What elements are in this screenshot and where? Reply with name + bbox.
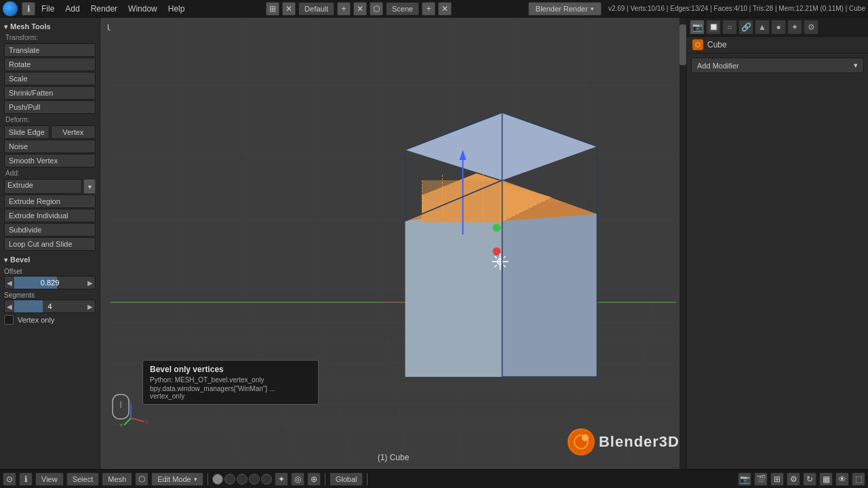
subdivide-btn[interactable]: Subdivide <box>4 223 96 237</box>
layout-add-icon[interactable]: + <box>337 2 351 16</box>
rotate-btn[interactable]: Rotate <box>4 58 96 71</box>
mouse-indicator <box>111 393 131 425</box>
bottombar: ⊙ ℹ View Select Mesh ⬡ Edit Mode ▾ ✦ ◎ ⊕… <box>0 469 868 488</box>
offset-label: Offset <box>4 266 96 276</box>
scene-icon[interactable]: ⬡ <box>370 2 383 16</box>
main-area: Mesh Tools Transform: Translate Rotate S… <box>0 18 868 469</box>
scene-selector[interactable]: Scene <box>386 2 419 16</box>
svg-line-58 <box>131 418 144 422</box>
offset-fill: 0.829 <box>14 277 85 289</box>
render-anim-btn[interactable]: 🎬 <box>754 472 768 486</box>
bevel-header[interactable]: Bevel <box>0 253 100 266</box>
menu-window[interactable]: Window <box>123 3 162 15</box>
segments-left-arrow[interactable]: ◀ <box>5 300 14 312</box>
bottom-right-group: 📷 🎬 ⊞ ⚙ ↻ ▦ 👁 ⬚ <box>738 472 865 486</box>
extrude-dropdown-arrow[interactable]: ▾ <box>83 179 96 194</box>
rp-tab-material[interactable]: ● <box>771 20 786 35</box>
bottom-info-btn[interactable]: ℹ <box>19 472 33 486</box>
sync-btn[interactable]: ↻ <box>803 472 816 486</box>
menu-file[interactable]: File <box>37 3 59 15</box>
deform-label: Deform: <box>0 115 100 125</box>
rp-tab-constraint[interactable]: 🔗 <box>738 20 753 35</box>
noise-btn[interactable]: Noise <box>4 140 96 153</box>
layout-close-icon[interactable]: ✕ <box>282 2 296 16</box>
magnet-btn[interactable]: ✦ <box>275 472 288 486</box>
rp-tab-particles[interactable]: ✦ <box>787 20 802 35</box>
viewport-scrollbar[interactable] <box>679 18 686 469</box>
pivot-group <box>212 474 272 485</box>
render-settings-btn[interactable]: ⚙ <box>787 472 800 486</box>
mesh-icon-btn[interactable]: ⬡ <box>135 472 149 486</box>
bevel-section: Bevel Offset ◀ 0.829 ▶ Segments ◀ 4 <box>0 253 100 326</box>
rp-object-icon: ⬡ <box>692 39 703 50</box>
view-btn[interactable]: View <box>35 472 64 486</box>
deform-row: Slide Edge Vertex <box>4 125 96 139</box>
select-btn[interactable]: Select <box>66 472 100 486</box>
tooltip: Bevel only vertices Python: MESH_OT_beve… <box>142 360 319 405</box>
transform-btn[interactable]: ⊕ <box>307 472 321 486</box>
shrinkfatten-btn[interactable]: Shrink/Fatten <box>4 86 96 100</box>
vertex-only-row[interactable]: Vertex only <box>0 314 100 326</box>
pivot-dot-2[interactable] <box>224 474 235 485</box>
rp-tab-data[interactable]: ▲ <box>755 20 770 35</box>
layout-del-icon[interactable]: ✕ <box>353 2 367 16</box>
pivot-dot-3[interactable] <box>237 474 248 485</box>
translate-btn[interactable]: Translate <box>4 43 96 57</box>
smooth-vertex-btn[interactable]: Smooth Vertex <box>4 154 96 167</box>
layout-selector[interactable]: Default <box>298 2 334 16</box>
offset-right-arrow[interactable]: ▶ <box>85 277 95 289</box>
vertex-only-checkbox[interactable] <box>4 315 14 325</box>
loop-cut-slide-btn[interactable]: Loop Cut and Slide <box>4 237 96 251</box>
rp-tab-obj[interactable]: ○ <box>722 20 737 35</box>
viewport[interactable]: User Persp <box>100 18 686 469</box>
pivot-dot-1[interactable] <box>212 474 223 485</box>
extrude-dropdown[interactable]: Extrude <box>4 179 82 194</box>
global-btn[interactable]: Global <box>330 472 363 486</box>
render-still-btn[interactable]: 📷 <box>738 472 751 486</box>
view-btn-2[interactable]: 👁 <box>835 472 849 486</box>
object-name: (1) Cube <box>378 453 410 462</box>
offset-slider[interactable]: ◀ 0.829 ▶ <box>4 276 96 289</box>
menu-add[interactable]: Add <box>60 3 84 15</box>
grid-btn[interactable]: ▦ <box>819 472 833 486</box>
render-slots-btn[interactable]: ⊞ <box>770 472 784 486</box>
proportional-btn[interactable]: ◎ <box>291 472 304 486</box>
mesh-btn[interactable]: Mesh <box>102 472 132 486</box>
scene-del-icon[interactable]: ✕ <box>438 2 452 16</box>
blender-logo-icon <box>3 1 18 16</box>
bottom-logo-btn[interactable]: ⊙ <box>3 472 16 486</box>
segments-slider[interactable]: ◀ 4 ▶ <box>4 300 96 313</box>
rp-tab-physics[interactable]: ⚙ <box>804 20 818 35</box>
vertex-btn[interactable]: Vertex <box>51 125 96 139</box>
rp-tab-mesh[interactable]: 🔲 <box>706 20 721 35</box>
scene-add-icon[interactable]: + <box>422 2 435 16</box>
separator-1 <box>208 473 208 485</box>
scale-btn[interactable]: Scale <box>4 72 96 85</box>
separator-2 <box>325 473 326 485</box>
rp-tab-camera[interactable]: 📷 <box>690 20 705 35</box>
info-icon[interactable]: ℹ <box>22 2 35 16</box>
pivot-dot-4[interactable] <box>249 474 260 485</box>
extrude-region-btn[interactable]: Extrude Region <box>4 195 96 208</box>
menu-render[interactable]: Render <box>86 3 122 15</box>
pushpull-btn[interactable]: Push/Pull <box>4 100 96 114</box>
extrude-individual-btn[interactable]: Extrude Individual <box>4 209 96 222</box>
menu-help[interactable]: Help <box>163 3 190 15</box>
scrollbar-thumb[interactable] <box>679 24 686 65</box>
layout-quad-icon[interactable]: ⊞ <box>266 2 279 16</box>
right-panel-tabs: 📷 🔲 ○ 🔗 ▲ ● ✦ ⚙ <box>687 18 868 37</box>
segments-right-arrow[interactable]: ▶ <box>85 300 95 312</box>
window-btn[interactable]: ⬚ <box>852 472 865 486</box>
svg-point-48 <box>493 247 501 256</box>
mode-btn[interactable]: Edit Mode ▾ <box>151 472 203 486</box>
add-modifier-btn[interactable]: Add Modifier ▾ <box>691 58 864 73</box>
render-engine-btn[interactable]: Blender Render ▾ <box>528 2 601 16</box>
pivot-dot-5[interactable] <box>261 474 272 485</box>
blender-logo-sphere <box>568 428 595 455</box>
svg-point-66 <box>569 430 593 454</box>
offset-left-arrow[interactable]: ◀ <box>5 277 14 289</box>
slide-edge-btn[interactable]: Slide Edge <box>4 125 50 139</box>
svg-point-47 <box>493 224 501 232</box>
separator-3 <box>367 473 368 485</box>
mesh-tools-header[interactable]: Mesh Tools <box>0 20 100 33</box>
